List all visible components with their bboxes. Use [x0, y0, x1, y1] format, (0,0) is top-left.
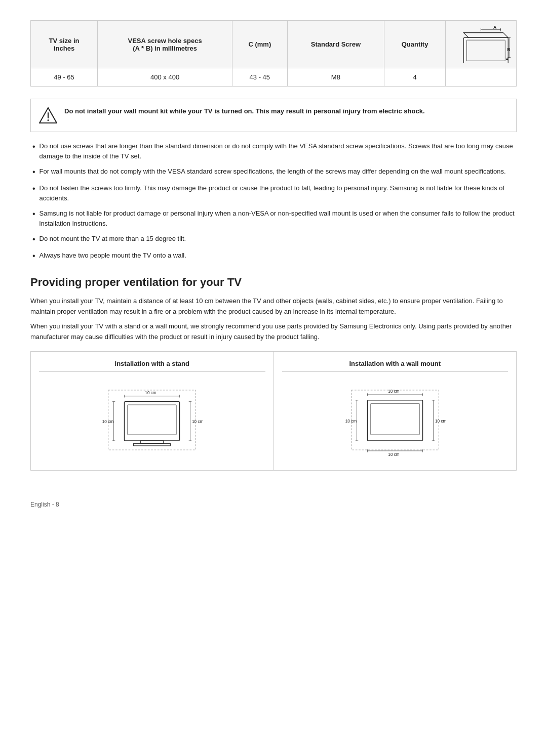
list-item: For wall mounts that do not comply with … — [32, 166, 517, 178]
cell-vesa-spec: 400 x 400 — [98, 68, 232, 87]
svg-text:10 cm: 10 cm — [388, 452, 399, 457]
ventilation-para2: When you install your TV with a stand or… — [30, 321, 517, 343]
vent-diagram-stand: 10 cm 10 cm 10 cm — [39, 378, 265, 462]
svg-text:10 cm: 10 cm — [435, 419, 446, 424]
page-footer: English - 8 — [30, 501, 517, 508]
svg-rect-6 — [466, 40, 505, 61]
list-item: Do not mount the TV at more than a 15 de… — [32, 234, 517, 245]
bullet-list: Do not use screws that are longer than t… — [30, 141, 517, 262]
vesa-table: TV size ininches VESA screw hole specs(A… — [30, 20, 517, 87]
svg-point-14 — [48, 119, 49, 121]
footer-text: English - 8 — [30, 501, 59, 508]
table-header-c-mm: C (mm) — [232, 21, 287, 68]
cell-diagram — [446, 68, 517, 87]
svg-rect-17 — [128, 405, 176, 435]
list-item: Do not use screws that are longer than t… — [32, 141, 517, 161]
svg-text:10 cm: 10 cm — [145, 391, 157, 395]
cell-quantity: 4 — [384, 68, 446, 87]
ventilation-diagrams: Installation with a stand 10 cm — [30, 351, 517, 471]
cell-c-mm: 43 - 45 — [232, 68, 287, 87]
vent-panel-wall-title: Installation with a wall mount — [282, 360, 509, 372]
cell-standard-screw: M8 — [287, 68, 384, 87]
svg-text:10 cm: 10 cm — [388, 390, 399, 394]
table-header-vesa: VESA screw hole specs(A * B) in millimet… — [98, 21, 232, 68]
svg-point-11 — [506, 58, 508, 60]
svg-marker-4 — [463, 33, 508, 38]
stand-svg: 10 cm 10 cm 10 cm — [101, 382, 203, 458]
svg-text:A: A — [493, 25, 497, 30]
warning-text: Do not install your wall mount kit while… — [64, 106, 425, 116]
table-header-standard-screw: Standard Screw — [287, 21, 384, 68]
ventilation-heading: Providing proper ventilation for your TV — [30, 276, 517, 289]
wall-svg: 10 cm 10 cm 10 cm 10 cm — [344, 382, 446, 458]
vent-diagram-wall: 10 cm 10 cm 10 cm 10 cm — [282, 378, 509, 462]
list-item: Samsung is not liable for product damage… — [32, 208, 517, 229]
svg-text:10 cm: 10 cm — [102, 420, 113, 425]
svg-text:10 cm: 10 cm — [345, 419, 357, 424]
table-row: 49 - 65 400 x 400 43 - 45 M8 4 — [31, 68, 517, 87]
ventilation-para1: When you install your TV, maintain a dis… — [30, 296, 517, 317]
vent-panel-wall: Installation with a wall mount 10 cm 10 … — [274, 352, 517, 470]
table-header-diagram: A B — [446, 21, 517, 68]
vent-panel-stand-title: Installation with a stand — [39, 360, 265, 372]
list-item: Always have two people mount the TV onto… — [32, 250, 517, 262]
warning-bold-text: Do not install your wall mount kit while… — [64, 107, 425, 115]
list-item: Do not fasten the screws too firmly. Thi… — [32, 183, 517, 203]
svg-rect-34 — [371, 404, 419, 435]
svg-rect-5 — [463, 37, 508, 63]
svg-text:B: B — [507, 47, 510, 52]
warning-icon — [39, 106, 57, 124]
cell-tv-size: 49 - 65 — [31, 68, 98, 87]
svg-rect-19 — [134, 444, 171, 446]
vent-panel-stand: Installation with a stand 10 cm — [31, 352, 274, 470]
warning-box: Do not install your wall mount kit while… — [30, 99, 517, 132]
svg-rect-18 — [141, 441, 164, 443]
table-header-tv-size: TV size ininches — [31, 21, 98, 68]
tv-diagram-svg: A B — [449, 24, 513, 63]
svg-text:10 cm: 10 cm — [192, 420, 203, 425]
table-header-quantity: Quantity — [384, 21, 446, 68]
